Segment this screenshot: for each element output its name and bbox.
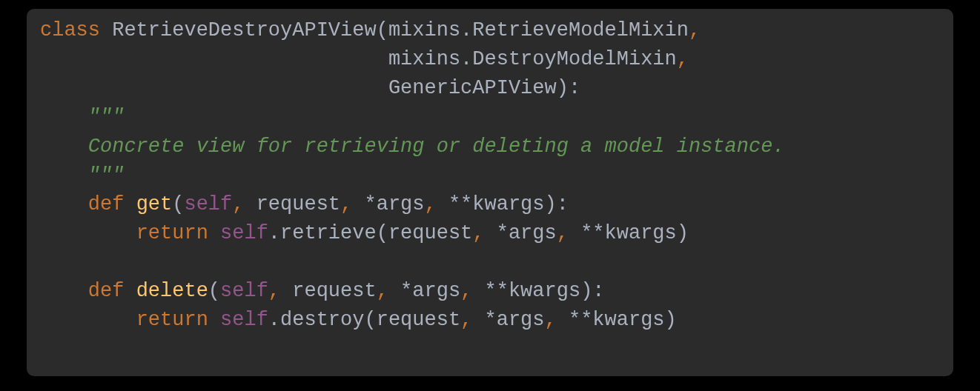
class-name: RetrieveDestroyAPIView bbox=[112, 19, 376, 41]
param-kwargs: kwargs bbox=[509, 280, 580, 302]
comma: , bbox=[377, 280, 388, 302]
star: * bbox=[400, 280, 412, 302]
base-name-2: DestroyModelMixin bbox=[472, 48, 676, 70]
star: * bbox=[364, 193, 376, 215]
dstar: ** bbox=[448, 193, 472, 215]
comma: , bbox=[545, 309, 557, 331]
keyword-class: class bbox=[40, 19, 100, 41]
keyword-return: return bbox=[136, 309, 208, 331]
arg-kwargs: kwargs bbox=[592, 309, 664, 331]
base-name-3: GenericAPIView bbox=[388, 77, 557, 99]
paren-open: ( bbox=[364, 309, 376, 331]
paren-open: ( bbox=[377, 19, 388, 41]
paren-close: ) bbox=[557, 77, 569, 99]
param-request: request bbox=[292, 280, 376, 302]
paren-close: ) bbox=[545, 193, 557, 215]
dstar: ** bbox=[485, 280, 509, 302]
docstring-open: """ bbox=[88, 106, 125, 128]
dstar: ** bbox=[569, 309, 592, 331]
dot: . bbox=[460, 48, 472, 70]
func-delete: delete bbox=[136, 280, 208, 302]
param-kwargs: kwargs bbox=[472, 193, 544, 215]
self-param: self bbox=[220, 280, 268, 302]
paren-open: ( bbox=[208, 280, 220, 302]
arg-args: args bbox=[497, 309, 545, 331]
arg-kwargs: kwargs bbox=[605, 222, 677, 244]
func-get: get bbox=[136, 193, 173, 215]
param-args: args bbox=[412, 280, 460, 302]
keyword-def: def bbox=[88, 280, 125, 302]
docstring-close: """ bbox=[88, 164, 125, 187]
arg-request: request bbox=[377, 309, 460, 331]
self-ref: self bbox=[220, 309, 268, 331]
self-ref: self bbox=[220, 222, 268, 244]
comma: , bbox=[340, 193, 352, 215]
comma: , bbox=[232, 193, 244, 215]
dot: . bbox=[268, 222, 280, 244]
comma: , bbox=[689, 19, 701, 41]
code-content: class RetrieveDestroyAPIView(mixins.Retr… bbox=[40, 16, 940, 335]
comma: , bbox=[472, 222, 484, 244]
base-name-1: RetrieveModelMixin bbox=[472, 19, 689, 41]
keyword-def: def bbox=[88, 193, 125, 215]
arg-args: args bbox=[509, 222, 557, 244]
call-retrieve: retrieve bbox=[280, 222, 377, 244]
call-destroy: destroy bbox=[280, 309, 364, 331]
dot: . bbox=[268, 309, 280, 331]
comma: , bbox=[677, 48, 689, 70]
self-param: self bbox=[184, 193, 232, 215]
arg-request: request bbox=[388, 222, 472, 244]
comma: , bbox=[268, 280, 280, 302]
colon: : bbox=[557, 193, 569, 215]
base-prefix-2: mixins bbox=[388, 48, 460, 70]
dot: . bbox=[460, 19, 472, 41]
comma: , bbox=[425, 193, 437, 215]
comma: , bbox=[460, 280, 472, 302]
paren-close: ) bbox=[677, 222, 689, 244]
colon: : bbox=[592, 280, 604, 302]
param-args: args bbox=[377, 193, 425, 215]
param-request: request bbox=[256, 193, 340, 215]
star: * bbox=[497, 222, 509, 244]
comma: , bbox=[460, 309, 472, 331]
paren-close: ) bbox=[665, 309, 677, 331]
colon: : bbox=[569, 77, 580, 99]
keyword-return: return bbox=[136, 222, 208, 244]
code-block: class RetrieveDestroyAPIView(mixins.Retr… bbox=[27, 9, 953, 376]
paren-open: ( bbox=[172, 193, 184, 215]
star: * bbox=[485, 309, 497, 331]
paren-close: ) bbox=[580, 280, 592, 302]
comma: , bbox=[557, 222, 569, 244]
base-prefix-1: mixins bbox=[388, 19, 460, 41]
dstar: ** bbox=[580, 222, 604, 244]
paren-open: ( bbox=[377, 222, 388, 244]
docstring-body: Concrete view for retrieving or deleting… bbox=[88, 136, 785, 158]
